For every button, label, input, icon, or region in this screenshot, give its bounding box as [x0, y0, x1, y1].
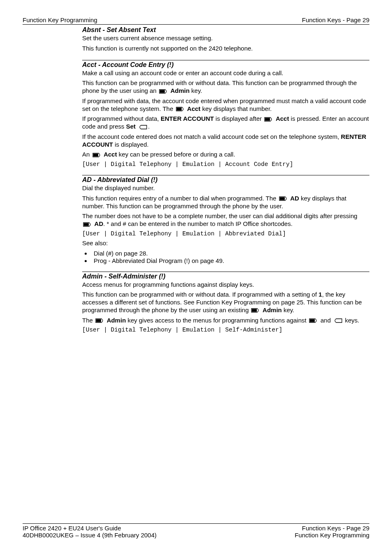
soft-key-right-icon	[95, 318, 104, 323]
soft-key-right-icon	[264, 117, 273, 122]
soft-key-right-icon	[83, 222, 92, 227]
acct-p1: Make a call using an account code or ent…	[82, 69, 369, 77]
absnt-p1: Set the users current absence message se…	[82, 35, 369, 42]
ad-p3: The number does not have to be a complet…	[82, 212, 369, 228]
soft-key-right-icon	[251, 308, 260, 313]
soft-key-right-icon	[309, 318, 318, 323]
main-content: Absnt - Set Absent Text Set the users cu…	[82, 26, 369, 333]
svg-rect-6	[252, 309, 257, 312]
top-header: Function Key Programming Function Keys -…	[23, 16, 369, 25]
absnt-p2: This function is currently not supported…	[82, 45, 369, 53]
ad-seealso-list: Dial (#) on page 28. Prog - Abbreviated …	[82, 250, 369, 264]
ad-code-path: [User | Digital Telephony | Emulation | …	[82, 230, 369, 237]
acct-p5: If the account code entered does not mat…	[82, 133, 369, 149]
admin-p3: The Admin key gives access to the menus …	[82, 317, 369, 325]
separator	[82, 60, 369, 60]
footer-left: IP Office 2420 + EU24 User's Guide 40DHB…	[23, 525, 157, 539]
acct-code-path: [User | Digital Telephony | Emulation | …	[82, 161, 369, 168]
footer-right-line1: Function Keys - Page 29	[295, 525, 369, 532]
ad-p1: Dial the displayed number.	[82, 184, 369, 192]
soft-key-right-icon	[176, 107, 185, 111]
footer: IP Office 2420 + EU24 User's Guide 40DHB…	[23, 523, 369, 539]
svg-rect-5	[84, 223, 89, 226]
svg-rect-4	[280, 197, 285, 200]
ad-title: AD - Abbreviated Dial (!)	[82, 176, 369, 184]
svg-rect-2	[265, 118, 270, 121]
acct-title: Acct - Account Code Entry (!)	[82, 61, 369, 69]
separator	[82, 272, 369, 272]
svg-rect-8	[310, 319, 315, 322]
svg-rect-3	[93, 154, 98, 157]
separator	[82, 175, 369, 175]
acct-p2: This function can be programmed with or …	[82, 79, 369, 95]
ad-p2: This function requires entry of a number…	[82, 195, 369, 210]
acct-p3: If programmed with data, the account cod…	[82, 97, 369, 113]
footer-left-line1: IP Office 2420 + EU24 User's Guide	[23, 525, 157, 532]
page: Function Key Programming Function Keys -…	[0, 0, 392, 555]
soft-key-left-icon	[138, 125, 147, 129]
acct-p6: An Acct key can be pressed before or dur…	[82, 151, 369, 159]
soft-key-right-icon	[92, 153, 101, 157]
svg-rect-1	[177, 108, 182, 111]
ad-seealso: See also:	[82, 240, 369, 247]
list-item: Dial (#) on page 28.	[91, 250, 369, 257]
acct-p4: If programmed without data, ENTER ACCOUN…	[82, 115, 369, 131]
admin-p1: Access menus for programming functions a…	[82, 281, 369, 289]
header-left: Function Key Programming	[23, 16, 97, 23]
footer-right: Function Keys - Page 29 Function Key Pro…	[295, 525, 369, 539]
absnt-title: Absnt - Set Absent Text	[82, 26, 369, 34]
footer-left-line2: 40DHB0002UKEG – Issue 4 (9th February 20…	[23, 532, 157, 539]
soft-key-right-icon	[279, 196, 288, 201]
soft-key-left-icon	[333, 318, 342, 323]
soft-key-right-icon	[159, 89, 168, 94]
footer-right-line2: Function Key Programming	[295, 532, 369, 539]
list-item: Prog - Abbreviated Dial Program (!) on p…	[91, 257, 369, 264]
admin-code-path: [User | Digital Telephony | Emulation | …	[82, 327, 369, 333]
admin-p2: This function can be programmed with or …	[82, 291, 369, 314]
svg-rect-0	[160, 90, 165, 93]
svg-rect-7	[96, 319, 101, 322]
admin-title: Admin - Self-Administer (!)	[82, 273, 369, 280]
header-right: Function Keys - Page 29	[302, 16, 369, 23]
